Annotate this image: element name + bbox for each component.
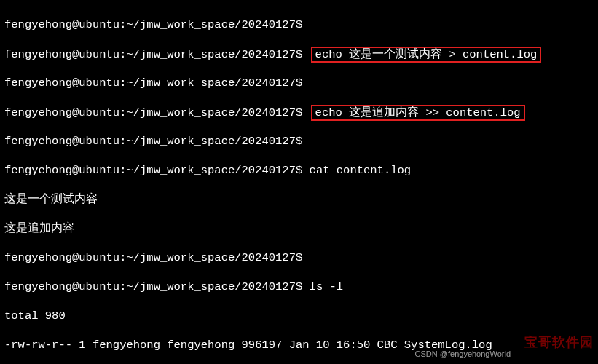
command-text: ls -l [310, 280, 344, 293]
watermark-logo: 宝哥软件园 [524, 335, 594, 349]
watermark-csdn: CSDN @fengyehongWorld [415, 347, 511, 361]
highlighted-command: echo 这是追加内容 >> content.log [311, 105, 525, 121]
prompt: fengyehong@ubuntu:~/jmw_work_space/20240… [4, 48, 302, 61]
command-text: cat content.log [310, 164, 412, 177]
highlighted-command: echo 这是一个测试内容 > content.log [311, 47, 542, 63]
prompt: fengyehong@ubuntu:~/jmw_work_space/20240… [4, 18, 302, 31]
output-line: total 980 [4, 309, 594, 323]
prompt: fengyehong@ubuntu:~/jmw_work_space/20240… [4, 164, 302, 177]
prompt: fengyehong@ubuntu:~/jmw_work_space/20240… [4, 76, 302, 90]
output-line: 这是一个测试内容 [4, 192, 594, 207]
command-text: echo 这是一个测试内容 > content.log [315, 48, 538, 61]
output-line: 这是追加内容 [4, 221, 594, 236]
terminal[interactable]: fengyehong@ubuntu:~/jmw_work_space/20240… [0, 0, 598, 364]
prompt: fengyehong@ubuntu:~/jmw_work_space/20240… [4, 135, 302, 148]
prompt: fengyehong@ubuntu:~/jmw_work_space/20240… [4, 280, 302, 293]
prompt: fengyehong@ubuntu:~/jmw_work_space/20240… [4, 251, 302, 264]
command-text: echo 这是追加内容 >> content.log [315, 106, 521, 119]
prompt: fengyehong@ubuntu:~/jmw_work_space/20240… [4, 106, 302, 119]
